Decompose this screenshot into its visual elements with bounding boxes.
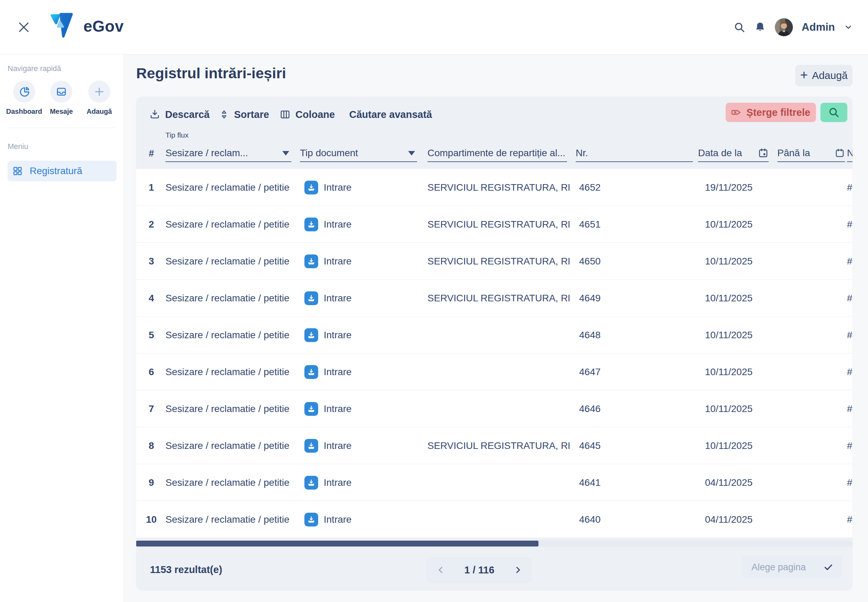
sort-icon	[219, 109, 229, 120]
choose-page-input[interactable]: Alege pagina	[742, 556, 842, 579]
row-clipped-extra: #	[847, 390, 853, 427]
tip-flux-value: Sesizare / reclam...	[166, 147, 248, 158]
row-nr: 4646	[579, 390, 601, 427]
horizontal-scrollbar-track[interactable]	[136, 541, 853, 547]
dropdown-arrow-icon	[408, 151, 415, 155]
intrare-download-icon	[304, 328, 318, 342]
nr-placeholder: Nr.	[576, 147, 588, 158]
previous-page-icon[interactable]	[436, 565, 445, 574]
pana-la-placeholder: Până la	[778, 147, 810, 158]
notifications-bell-icon[interactable]	[754, 22, 766, 33]
table-row[interactable]: 1 Sesizare / reclamatie / petitie Intrar…	[136, 169, 853, 206]
filter-data-de-la-input[interactable]: Data de la	[698, 145, 769, 162]
table-row[interactable]: 6 Sesizare / reclamatie / petitie Intrar…	[136, 353, 853, 390]
table-row[interactable]: 7 Sesizare / reclamatie / petitie Intrar…	[136, 390, 853, 427]
table-row[interactable]: 9 Sesizare / reclamatie / petitie Intrar…	[136, 464, 853, 501]
row-clipped-extra: #	[847, 316, 853, 353]
row-tip-document: Intrare	[304, 280, 352, 316]
chevron-down-icon[interactable]	[844, 23, 853, 32]
row-index: 2	[144, 206, 159, 243]
sidebar-quick-mesaje[interactable]: Mesaje	[43, 81, 80, 115]
table-row[interactable]: 4 Sesizare / reclamatie / petitie Intrar…	[136, 280, 853, 316]
advanced-search-button[interactable]: Căutare avansată	[349, 105, 432, 124]
filter-compartimente-input[interactable]: Compartimente de repartiție al...	[428, 145, 567, 162]
pagination: 1 / 116	[427, 557, 532, 583]
sidebar-quick-adauga[interactable]: Adaugă	[81, 81, 118, 115]
admin-user-label[interactable]: Admin	[802, 21, 835, 34]
search-icon[interactable]	[733, 22, 745, 33]
table-row[interactable]: 3 Sesizare / reclamatie / petitie Intrar…	[136, 243, 853, 280]
row-tip-flux: Sesizare / reclamatie / petitie	[166, 390, 290, 427]
columns-label: Coloane	[295, 109, 335, 120]
row-nr: 4652	[579, 169, 601, 206]
download-button[interactable]: Descarcă	[149, 105, 210, 124]
user-avatar[interactable]	[775, 18, 793, 36]
table-row[interactable]: 5 Sesizare / reclamatie / petitie Intrar…	[136, 316, 853, 353]
intrare-download-icon	[304, 255, 318, 268]
data-de-la-placeholder: Data de la	[698, 147, 742, 158]
next-page-icon[interactable]	[513, 565, 522, 574]
row-compartiment: SERVICIUL REGISTRATURA, REL...	[428, 243, 569, 280]
columns-button[interactable]: Coloane	[279, 105, 335, 124]
row-tip-flux: Sesizare / reclamatie / petitie	[166, 316, 290, 353]
row-tip-document: Intrare	[304, 464, 352, 501]
app-logo[interactable]: eGov	[47, 11, 124, 41]
row-clipped-extra: #	[847, 501, 853, 538]
filter-next-clipped[interactable]: N	[847, 145, 853, 162]
row-tip-document: Intrare	[304, 206, 352, 243]
calendar-icon[interactable]	[834, 148, 845, 158]
filter-tip-flux-select[interactable]: Sesizare / reclam...	[166, 145, 291, 162]
quick-nav-label: Navigare rapidă	[8, 64, 61, 73]
row-data-de-la: 10/11/2025	[705, 316, 753, 353]
row-nr: 4649	[579, 280, 601, 316]
row-clipped-extra: #	[847, 243, 853, 280]
intrare-download-icon	[304, 291, 318, 305]
horizontal-scrollbar-thumb[interactable]	[136, 541, 538, 547]
row-tip-flux: Sesizare / reclamatie / petitie	[166, 169, 290, 206]
sidebar-quick-dashboard[interactable]: Dashboard	[6, 81, 43, 115]
row-tip-flux: Sesizare / reclamatie / petitie	[166, 501, 290, 538]
row-nr: 4650	[579, 243, 601, 280]
download-label: Descarcă	[165, 109, 210, 120]
choose-page-placeholder: Alege pagina	[751, 562, 806, 573]
add-button[interactable]: + Adaugă	[795, 65, 853, 86]
row-data-de-la: 10/11/2025	[705, 206, 753, 243]
plus-icon	[93, 86, 106, 98]
row-clipped-extra: #	[847, 427, 853, 464]
confirm-check-icon[interactable]	[823, 562, 834, 572]
row-tip-document-label: Intrare	[324, 514, 352, 525]
calendar-icon[interactable]	[758, 147, 769, 158]
results-count: 1153 rezultat(e)	[150, 564, 222, 576]
quick-dashboard-label: Dashboard	[6, 108, 42, 115]
row-tip-document-label: Intrare	[324, 219, 352, 230]
sidebar-divider	[8, 127, 117, 128]
table-row[interactable]: 10 Sesizare / reclamatie / petitie Intra…	[136, 501, 853, 538]
column-header-index: #	[144, 145, 159, 162]
row-tip-document: Intrare	[304, 427, 352, 464]
row-data-de-la: 04/11/2025	[705, 501, 753, 538]
intrare-download-icon	[304, 476, 318, 490]
quick-adauga-label: Adaugă	[86, 108, 112, 115]
row-clipped-extra: #	[847, 169, 853, 206]
close-icon[interactable]	[17, 20, 31, 34]
row-index: 6	[144, 353, 159, 390]
filter-nr-input[interactable]: Nr.	[576, 145, 693, 162]
row-tip-flux: Sesizare / reclamatie / petitie	[166, 206, 290, 243]
filter-pana-la-input[interactable]: Până la	[778, 145, 845, 162]
clear-filters-button[interactable]: Șterge filtrele	[725, 103, 816, 122]
row-data-de-la: 10/11/2025	[705, 427, 753, 464]
table-row[interactable]: 8 Sesizare / reclamatie / petitie Intrar…	[136, 427, 853, 464]
table-row[interactable]: 2 Sesizare / reclamatie / petitie Intrar…	[136, 206, 853, 243]
compartimente-placeholder: Compartimente de repartiție al...	[428, 147, 565, 158]
search-icon	[828, 106, 840, 118]
row-tip-document-label: Intrare	[324, 330, 352, 341]
row-tip-document-label: Intrare	[324, 440, 352, 452]
table-search-button[interactable]	[820, 103, 847, 122]
sidebar-item-registratura[interactable]: Registratură	[8, 161, 117, 181]
sort-button[interactable]: Sortare	[219, 105, 269, 124]
filter-tip-document-select[interactable]: Tip document	[300, 145, 417, 162]
row-tip-document-label: Intrare	[324, 182, 352, 193]
intrare-download-icon	[304, 218, 318, 231]
row-compartiment: SERVICIUL REGISTRATURA, REL...	[428, 169, 569, 206]
row-tip-flux: Sesizare / reclamatie / petitie	[166, 427, 290, 464]
